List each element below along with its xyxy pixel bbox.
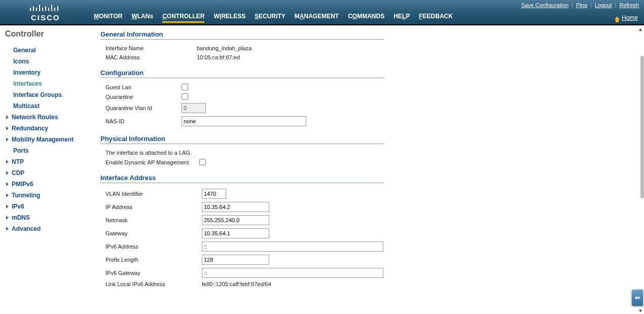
sidebar-item-network-routes[interactable]: Network Routes: [5, 112, 92, 123]
ipv6gw-label: IPv6 Gateway: [105, 270, 202, 276]
sidebar-item-ntp[interactable]: NTP: [5, 156, 92, 167]
sidebar-item-icons[interactable]: Icons: [5, 56, 92, 67]
nasid-input[interactable]: [182, 116, 306, 126]
sidebar-item-interface-groups[interactable]: Interface Groups: [5, 89, 92, 100]
sidebar: Controller GeneralIconsInventoryInterfac…: [0, 25, 92, 314]
content-area: General Information Interface Name bandu…: [92, 25, 644, 314]
linklocal-label: Link Local IPv6 Address: [105, 281, 202, 287]
quarantine-checkbox[interactable]: [182, 93, 188, 100]
sidebar-item-label: Inventory: [13, 69, 41, 76]
sidebar-item-label: Redundancy: [12, 125, 48, 132]
netmask-label: Netmask: [105, 217, 202, 223]
sidebar-item-label: Multicast: [13, 102, 40, 110]
guest-lan-label: Guest Lan: [105, 84, 182, 90]
sidebar-item-label: Interface Groups: [13, 91, 62, 98]
sidebar-item-label: Icons: [13, 58, 29, 65]
dyn-ap-checkbox[interactable]: [199, 159, 206, 165]
sidebar-item-label: General: [13, 47, 36, 54]
gateway-label: Gateway: [105, 230, 202, 236]
prefix-label: Prefix Length: [105, 257, 202, 263]
nav-feedback[interactable]: FEEDBACK: [419, 13, 453, 21]
cisco-logo: CISCO: [0, 0, 89, 24]
prefix-input[interactable]: [202, 255, 269, 265]
quarantine-vlan-label: Quarantine Vlan Id: [105, 105, 182, 111]
nav-wireless[interactable]: WIRELESS: [213, 13, 245, 21]
sidebar-item-ipv6[interactable]: IPv6: [5, 201, 92, 212]
interface-name-value: bandung_indah_plaza: [197, 45, 252, 51]
top-right-links: Save Configuration | Ping | Logout | Ref…: [521, 2, 639, 8]
sidebar-item-label: mDNS: [12, 214, 30, 221]
home-icon: [615, 16, 620, 20]
scroll-up-icon[interactable]: ▲: [638, 26, 643, 32]
sidebar-item-advanced[interactable]: Advanced: [5, 223, 92, 234]
sidebar-title: Controller: [5, 29, 92, 39]
ip-input[interactable]: [202, 202, 269, 212]
sidebar-item-inventory[interactable]: Inventory: [5, 67, 92, 78]
netmask-input[interactable]: [202, 215, 269, 225]
vlan-label: VLAN Identifier: [105, 191, 202, 197]
sidebar-item-mobility-management[interactable]: Mobility Management: [5, 134, 92, 145]
lag-note: The interface is attached to a LAG.: [105, 150, 192, 156]
vlan-input[interactable]: [202, 189, 226, 199]
sidebar-item-label: CDP: [12, 169, 24, 177]
sidebar-item-label: Advanced: [12, 225, 41, 232]
nav-wlans[interactable]: WLANs: [131, 13, 153, 21]
section-configuration: Configuration: [100, 69, 384, 78]
nav-management[interactable]: MANAGEMENT: [295, 13, 339, 21]
mac-value: 10:05:ca:bf:87:ed: [197, 54, 240, 60]
gateway-input[interactable]: [202, 228, 269, 238]
nav-help[interactable]: HELP: [393, 13, 410, 21]
logout-link[interactable]: Logout: [595, 2, 612, 8]
sidebar-item-cdp[interactable]: CDP: [5, 167, 92, 179]
nav-controller[interactable]: CONTROLLER: [162, 13, 204, 23]
nav-monitor[interactable]: MONITOR: [94, 13, 122, 21]
refresh-link[interactable]: Refresh: [619, 2, 639, 8]
section-interface-address: Interface Address: [100, 174, 384, 183]
sidebar-item-label: Tunneling: [12, 192, 40, 199]
quarantine-label: Quarantine: [105, 94, 182, 100]
sidebar-item-label: Interfaces: [13, 80, 42, 87]
ipv6-label: IPv6 Address: [105, 243, 202, 250]
sidebar-item-label: PMIPv6: [12, 181, 33, 188]
svg-text:CISCO: CISCO: [31, 13, 60, 22]
interface-name-label: Interface Name: [105, 45, 197, 51]
dyn-ap-label: Enable Dynamic AP Management: [105, 159, 199, 165]
linklocal-value: fe80::1205:caff:febf:87ed/64: [202, 281, 271, 287]
top-bar: CISCO MONITOR WLANs CONTROLLER WIRELESS …: [0, 0, 644, 25]
sidebar-item-label: Ports: [13, 147, 29, 154]
ping-link[interactable]: Ping: [576, 2, 587, 8]
remote-session-icon[interactable]: [632, 290, 643, 306]
guest-lan-checkbox[interactable]: [182, 84, 188, 90]
mac-label: MAC Address: [105, 54, 197, 60]
sidebar-item-general[interactable]: General: [5, 45, 92, 56]
sidebar-item-pmipv6[interactable]: PMIPv6: [5, 179, 92, 190]
scrollbar-track[interactable]: [640, 56, 644, 198]
save-config-link[interactable]: Save Configuration: [521, 2, 569, 8]
nasid-label: NAS-ID: [105, 118, 182, 124]
sidebar-item-label: Network Routes: [12, 114, 58, 121]
sidebar-item-mdns[interactable]: mDNS: [5, 212, 92, 223]
ip-label: IP Address: [105, 204, 202, 210]
sidebar-item-label: NTP: [12, 158, 24, 165]
nav-commands[interactable]: COMMANDS: [348, 13, 384, 21]
ipv6-input[interactable]: [202, 241, 383, 252]
scrollbar-thumb[interactable]: [640, 56, 644, 198]
sidebar-item-interfaces[interactable]: Interfaces: [5, 78, 92, 89]
quarantine-vlan-input: [182, 103, 206, 113]
sidebar-item-tunneling[interactable]: Tunneling: [5, 190, 92, 201]
nav-security[interactable]: SECURITY: [255, 13, 285, 21]
sidebar-item-ports[interactable]: Ports: [5, 145, 92, 156]
scroll-down-icon[interactable]: ▼: [638, 308, 643, 314]
sidebar-item-redundancy[interactable]: Redundancy: [5, 123, 92, 134]
ipv6gw-input[interactable]: [202, 268, 383, 278]
sidebar-item-label: IPv6: [12, 203, 24, 210]
section-physical: Physical Information: [100, 135, 384, 144]
sidebar-item-label: Mobility Management: [12, 136, 74, 143]
sidebar-item-multicast[interactable]: Multicast: [5, 100, 92, 112]
section-general-info: General Information: [100, 30, 384, 40]
home-link[interactable]: Home: [615, 14, 638, 21]
